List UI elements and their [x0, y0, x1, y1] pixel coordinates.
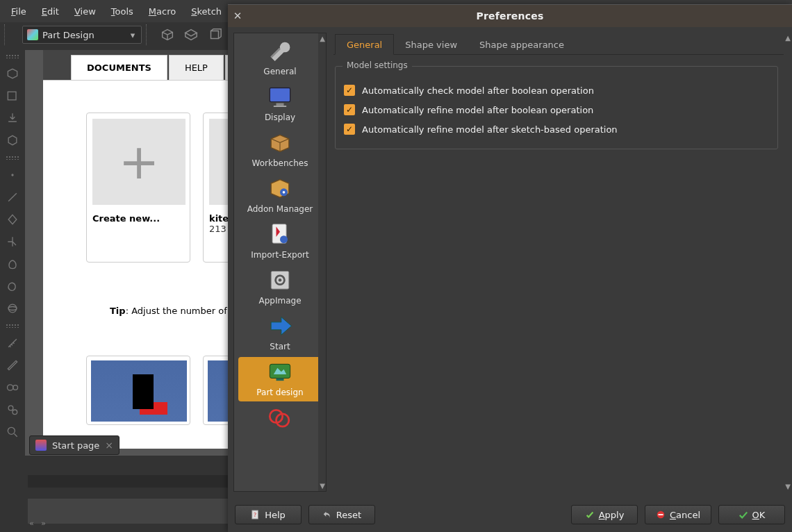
preferences-dialog: ✕ Preferences General Display Workbenche… [228, 4, 792, 532]
workbench-selector[interactable]: Part Design ▾ [22, 26, 142, 44]
close-icon[interactable]: ✕ [228, 10, 247, 22]
settings-tabs: General Shape view Shape appearance [333, 33, 789, 55]
start-tab-help[interactable]: HELP [169, 55, 224, 80]
menu-file[interactable]: File [4, 3, 33, 19]
svg-point-6 [8, 406, 13, 410]
toolbar-grip [6, 156, 19, 160]
toolbar-cube-icon[interactable] [157, 24, 178, 45]
checkbox-icon[interactable]: ✓ [344, 104, 355, 115]
monitor-icon [265, 83, 295, 110]
gear-link2-icon[interactable] [3, 400, 22, 419]
magnify-icon[interactable] [3, 422, 22, 442]
svg-point-2 [8, 304, 17, 313]
document-tab-bar: Start page × [25, 435, 119, 456]
axis-icon[interactable] [3, 232, 22, 251]
example-card-1[interactable] [86, 356, 190, 425]
menu-view[interactable]: View [67, 3, 103, 19]
fieldset-legend: Model settings [343, 60, 412, 70]
menu-macro[interactable]: Macro [142, 3, 183, 19]
download-icon[interactable] [3, 108, 22, 128]
svg-point-8 [8, 427, 15, 434]
check-auto-refine-boolean[interactable]: ✓ Automatically refine model after boole… [344, 100, 769, 119]
measure2-icon[interactable] [3, 356, 22, 375]
package-gear-icon [265, 175, 295, 201]
category-import-export[interactable]: Import-Export [238, 219, 322, 264]
svg-rect-10 [277, 103, 284, 106]
start-tab-documents[interactable]: DOCUMENTS [71, 55, 167, 80]
gear-frame-icon [265, 267, 295, 293]
check-auto-refine-sketch[interactable]: ✓ Automatically refine model after sketc… [344, 119, 769, 139]
category-start[interactable]: Start [238, 311, 322, 356]
menu-sketch[interactable]: Sketch [184, 3, 229, 19]
toolbar-cube3-icon[interactable] [204, 24, 225, 45]
category-display[interactable]: Display [238, 82, 322, 126]
panel-scrollbar[interactable]: ▲ ▼ [784, 33, 792, 492]
scroll-down-icon[interactable]: ▼ [320, 481, 325, 491]
tab-shape-view[interactable]: Shape view [394, 35, 468, 54]
blob1-icon[interactable] [3, 254, 22, 274]
svg-point-1 [11, 174, 13, 176]
category-sketcher[interactable] [238, 403, 322, 435]
menu-edit[interactable]: Edit [35, 3, 66, 19]
shape-icon[interactable] [3, 210, 22, 229]
svg-rect-11 [274, 106, 286, 107]
part-design-icon [265, 358, 295, 385]
category-part-design[interactable]: Part design [238, 357, 322, 401]
category-list[interactable]: General Display Workbenches Addon Manage… [233, 33, 327, 492]
sketch-new-icon[interactable] [3, 86, 22, 106]
create-new-label: Create new... [92, 213, 184, 224]
startpage-icon [35, 440, 47, 451]
measure-icon[interactable] [3, 333, 22, 353]
create-new-card[interactable]: + Create new... [86, 113, 190, 263]
checkbox-icon[interactable]: ✓ [344, 85, 355, 96]
toolbar-grip [6, 54, 19, 58]
workbench-label: Part Design [42, 30, 94, 40]
menu-tools[interactable]: Tools [104, 3, 140, 19]
chevrons-icon: « » [29, 519, 46, 528]
check-auto-check-boolean[interactable]: ✓ Automatically check model after boolea… [344, 81, 769, 100]
reset-button[interactable]: Reset [308, 505, 375, 524]
svg-rect-0 [8, 92, 16, 100]
document-gear-icon [265, 221, 295, 247]
tip-line: Tip: Adjust the number of rec [110, 306, 244, 316]
constraint-icon [265, 404, 295, 431]
category-scrollbar[interactable]: ▲ ▼ [318, 33, 327, 491]
category-workbenches[interactable]: Workbenches [238, 128, 322, 172]
svg-point-18 [279, 279, 282, 282]
ok-button[interactable]: OK [718, 505, 785, 524]
dialog-title: Preferences [247, 10, 773, 22]
workbench-icon [27, 29, 38, 40]
svg-point-3 [8, 307, 17, 310]
blob2-icon[interactable] [3, 276, 22, 296]
box-icon[interactable] [3, 131, 22, 150]
tab-general[interactable]: General [335, 34, 394, 55]
svg-rect-9 [270, 88, 290, 101]
svg-point-4 [8, 385, 13, 390]
sphere-icon[interactable] [3, 299, 22, 318]
help-button[interactable]: ? Help [235, 505, 302, 524]
category-general[interactable]: General [238, 36, 322, 81]
category-appimage[interactable]: AppImage [238, 265, 322, 310]
category-addon-manager[interactable]: Addon Manager [238, 174, 322, 218]
toolbar-cube2-icon[interactable] [181, 24, 201, 45]
document-tab-startpage[interactable]: Start page × [29, 435, 119, 455]
settings-panel: General Shape view Shape appearance Mode… [327, 27, 792, 497]
svg-text:?: ? [254, 512, 256, 518]
checkbox-icon[interactable]: ✓ [344, 124, 355, 135]
point-icon[interactable] [3, 165, 22, 185]
scroll-up-icon[interactable]: ▲ [785, 33, 791, 43]
scroll-down-icon[interactable]: ▼ [785, 481, 791, 492]
svg-point-15 [280, 235, 288, 243]
cancel-button[interactable]: Cancel [645, 505, 711, 524]
scroll-up-icon[interactable]: ▲ [320, 33, 325, 44]
svg-point-7 [13, 410, 17, 415]
gear-link-icon[interactable] [3, 378, 22, 397]
close-icon[interactable]: × [105, 440, 113, 451]
arrow-right-icon [265, 313, 295, 339]
svg-point-5 [13, 385, 18, 390]
body-create-icon[interactable] [3, 64, 22, 83]
tab-shape-appearance[interactable]: Shape appearance [468, 35, 575, 54]
line-icon[interactable] [3, 188, 22, 207]
help-icon: ? [251, 510, 261, 519]
apply-button[interactable]: Apply [571, 505, 638, 524]
